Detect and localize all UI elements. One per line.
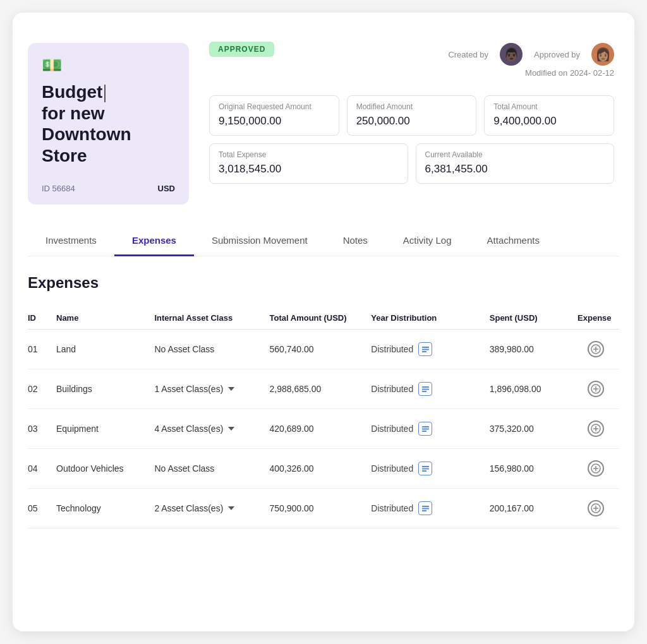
svg-rect-25: [422, 508, 429, 510]
col-header-name: Name: [56, 307, 154, 330]
add-expense-button[interactable]: [588, 420, 604, 437]
table-row: 03Equipment4 Asset Class(es) 420,689.00D…: [28, 408, 619, 448]
cell-expense-action[interactable]: [577, 448, 619, 488]
cell-year-distribution: Distributed: [371, 488, 490, 528]
tab-investments[interactable]: Investments: [28, 226, 114, 256]
col-header-total: Total Amount (USD): [270, 307, 372, 330]
modified-amount-box: Modified Amount 250,000.00: [347, 95, 477, 136]
tab-expenses[interactable]: Expenses: [114, 226, 194, 256]
cell-spent: 1,896,098.00: [490, 369, 577, 408]
meta-section: Created by 👨🏿 Approved by 👩🏽: [448, 43, 614, 66]
cell-total-amount: 2,988,685.00: [270, 369, 372, 408]
cell-total-amount: 750,900.00: [270, 488, 372, 528]
distribution-icon[interactable]: [418, 342, 432, 356]
original-amount-label: Original Requested Amount: [219, 102, 330, 111]
cell-expense-action[interactable]: [577, 369, 619, 408]
available-amount-value: 6,381,455.00: [425, 163, 605, 176]
table-row: 05Technology2 Asset Class(es) 750,900.00…: [28, 488, 619, 528]
chevron-down-icon: [228, 427, 234, 431]
cell-id: 02: [28, 369, 56, 408]
cursor: [104, 85, 106, 102]
col-header-expense: Expense: [577, 307, 619, 330]
tabs-bar: Investments Expenses Submission Movement…: [28, 226, 619, 256]
asset-class-dropdown-btn[interactable]: 1 Asset Class(es): [154, 384, 234, 394]
cell-name: Land: [56, 329, 154, 369]
cell-total-amount: 560,740.00: [270, 329, 372, 369]
chevron-down-icon: [228, 506, 234, 510]
distribution-icon[interactable]: [418, 462, 432, 475]
asset-class-dropdown-btn[interactable]: 4 Asset Class(es): [154, 424, 234, 434]
add-expense-button[interactable]: [588, 381, 604, 397]
available-amount-label: Current Available: [425, 150, 605, 159]
add-expense-button[interactable]: [588, 500, 604, 516]
svg-rect-8: [422, 391, 426, 392]
col-header-dist: Year Distribution: [371, 307, 490, 330]
cell-year-distribution: Distributed: [371, 408, 490, 448]
svg-rect-18: [422, 466, 429, 467]
cell-expense-action[interactable]: [577, 488, 619, 528]
cell-year-distribution: Distributed: [371, 448, 490, 488]
status-container: APPROVED: [209, 43, 274, 54]
cell-id: 01: [28, 329, 56, 369]
project-icon: 💵: [42, 56, 175, 75]
available-amount-box: Current Available 6,381,455.00: [416, 143, 615, 184]
svg-rect-24: [422, 506, 429, 507]
svg-rect-12: [422, 426, 429, 427]
total-amount-value: 9,400,000.00: [493, 115, 605, 128]
creator-avatar: 👨🏿: [500, 43, 523, 66]
table-row: 04Outdoor VehiclesNo Asset Class400,326.…: [28, 448, 619, 488]
tab-activity-log[interactable]: Activity Log: [385, 226, 469, 256]
expense-amount-label: Total Expense: [219, 150, 399, 159]
distribution-icon[interactable]: [418, 501, 432, 515]
header-meta-right: Created by 👨🏿 Approved by 👩🏽 Modified on…: [448, 43, 614, 78]
cell-spent: 375,320.00: [490, 408, 577, 448]
svg-rect-2: [422, 351, 426, 352]
add-expense-button[interactable]: [588, 341, 604, 357]
cell-total-amount: 400,326.00: [270, 448, 372, 488]
created-by-label: Created by: [448, 50, 488, 59]
svg-rect-19: [422, 468, 429, 470]
tab-submission-movement[interactable]: Submission Movement: [194, 226, 325, 256]
tab-notes[interactable]: Notes: [325, 226, 385, 256]
asset-class-dropdown-btn[interactable]: 2 Asset Class(es): [154, 503, 234, 513]
cell-expense-action[interactable]: [577, 329, 619, 369]
cell-year-distribution: Distributed: [371, 329, 490, 369]
expenses-title: Expenses: [28, 274, 619, 292]
cell-name: Equipment: [56, 408, 154, 448]
cell-year-distribution: Distributed: [371, 369, 490, 408]
header-right: APPROVED Created by 👨🏿 Approved by 👩🏽 Mo…: [189, 28, 614, 220]
distributed-label: Distributed: [371, 344, 413, 354]
cell-spent: 389,980.00: [490, 329, 577, 369]
project-card: 💵 Budgetfor newDowntownStore ID 56684 US…: [28, 43, 189, 205]
cell-asset-class[interactable]: 2 Asset Class(es): [154, 488, 269, 528]
cell-id: 05: [28, 488, 56, 528]
col-header-id: ID: [28, 307, 56, 330]
total-amount-label: Total Amount: [493, 102, 605, 111]
modified-amount-label: Modified Amount: [356, 102, 468, 111]
tab-attachments[interactable]: Attachments: [469, 226, 557, 256]
amounts-grid-bottom: Total Expense 3,018,545.00 Current Avail…: [209, 143, 614, 184]
svg-rect-1: [422, 349, 429, 350]
project-currency: USD: [158, 184, 175, 193]
expenses-table: ID Name Internal Asset Class Total Amoun…: [28, 307, 619, 528]
cell-asset-class: No Asset Class: [154, 448, 269, 488]
cell-spent: 156,980.00: [490, 448, 577, 488]
svg-rect-13: [422, 429, 429, 430]
add-expense-button[interactable]: [588, 460, 604, 477]
total-amount-box: Total Amount 9,400,000.00: [484, 95, 614, 136]
original-amount-box: Original Requested Amount 9,150,000.00: [209, 95, 339, 136]
cell-expense-action[interactable]: [577, 408, 619, 448]
distribution-icon[interactable]: [418, 382, 432, 396]
amounts-grid-top: Original Requested Amount 9,150,000.00 M…: [209, 95, 614, 136]
approver-avatar: 👩🏽: [591, 43, 614, 66]
distributed-label: Distributed: [371, 424, 413, 434]
col-header-asset: Internal Asset Class: [154, 307, 269, 330]
project-footer: ID 56684 USD: [42, 184, 175, 193]
chevron-down-icon: [228, 387, 234, 391]
cell-asset-class[interactable]: 4 Asset Class(es): [154, 408, 269, 448]
modified-amount-value: 250,000.00: [356, 115, 468, 128]
distribution-icon[interactable]: [418, 422, 432, 436]
cell-asset-class[interactable]: 1 Asset Class(es): [154, 369, 269, 408]
svg-rect-0: [422, 347, 429, 348]
svg-rect-6: [422, 386, 429, 388]
